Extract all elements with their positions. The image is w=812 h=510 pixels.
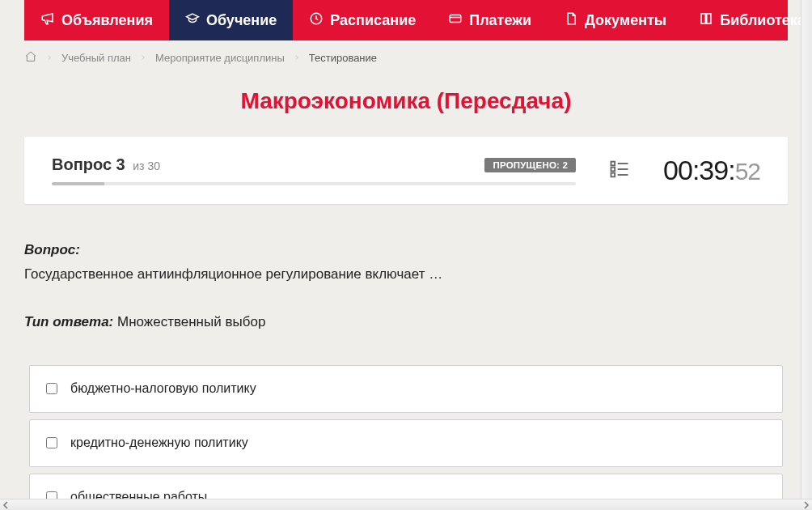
home-icon[interactable] — [24, 50, 37, 66]
answer-option[interactable]: кредитно-денежную политику — [29, 419, 783, 467]
breadcrumb-link[interactable]: Мероприятие дисциплины — [155, 52, 285, 64]
graduation-cap-icon — [185, 11, 200, 30]
nav-label: Библиотека — [720, 12, 806, 29]
timer: 00:39:52 — [663, 155, 760, 186]
skipped-badge: ПРОПУЩЕНО: 2 — [484, 158, 576, 172]
scroll-left-icon[interactable] — [2, 501, 10, 509]
breadcrumb: Учебный план Мероприятие дисциплины Тест… — [24, 40, 788, 74]
file-icon — [564, 11, 578, 30]
nav-documents[interactable]: Документы — [548, 0, 683, 40]
clock-icon — [309, 11, 324, 30]
answer-checkbox[interactable] — [46, 383, 57, 394]
question-list-button[interactable] — [600, 158, 639, 184]
answer-text: кредитно-денежную политику — [70, 433, 248, 453]
nav-announcements[interactable]: Объявления — [24, 0, 169, 40]
book-icon — [699, 11, 713, 30]
chevron-right-icon — [139, 52, 147, 64]
horizontal-scrollbar[interactable] — [0, 499, 812, 510]
question-number: Вопрос 3 из 30 — [52, 155, 160, 174]
progress-fill — [52, 182, 104, 185]
main-nav: Объявления Обучение Расписание Платежи — [24, 0, 788, 40]
page-title: Макроэкономика (Пересдача) — [24, 88, 788, 114]
nav-label: Документы — [585, 12, 666, 29]
vertical-scrollbar[interactable] — [801, 0, 812, 499]
svg-rect-4 — [611, 172, 615, 176]
nav-label: Платежи — [469, 12, 531, 29]
breadcrumb-current: Тестирование — [309, 52, 377, 64]
credit-card-icon — [448, 11, 463, 30]
svg-rect-2 — [611, 161, 615, 165]
answers-list: бюджетно-налоговую политику кредитно-ден… — [29, 365, 783, 510]
svg-rect-1 — [450, 15, 461, 22]
scroll-right-icon[interactable] — [802, 501, 810, 509]
answer-type-label: Тип ответа: — [24, 314, 113, 329]
question-text: Государственное антиинфляционное регулир… — [24, 264, 788, 285]
question-header-card: Вопрос 3 из 30 ПРОПУЩЕНО: 2 — [24, 137, 788, 204]
nav-library[interactable]: Библиотека — [683, 0, 812, 40]
answer-checkbox[interactable] — [46, 437, 57, 448]
nav-label: Расписание — [330, 12, 416, 29]
question-body: Вопрос: Государственное антиинфляционное… — [24, 240, 788, 510]
chevron-right-icon — [293, 52, 301, 64]
nav-payments[interactable]: Платежи — [432, 0, 548, 40]
answer-text: бюджетно-налоговую политику — [70, 379, 256, 399]
nav-label: Объявления — [61, 12, 153, 29]
megaphone-icon — [40, 11, 55, 30]
progress-bar — [52, 182, 576, 185]
nav-label: Обучение — [206, 12, 277, 29]
nav-education[interactable]: Обучение — [169, 0, 293, 40]
breadcrumb-link[interactable]: Учебный план — [61, 52, 131, 64]
nav-schedule[interactable]: Расписание — [293, 0, 432, 40]
answer-option[interactable]: бюджетно-налоговую политику — [29, 365, 783, 413]
chevron-right-icon — [45, 52, 53, 64]
question-label: Вопрос: — [24, 240, 788, 261]
svg-rect-3 — [611, 167, 615, 171]
